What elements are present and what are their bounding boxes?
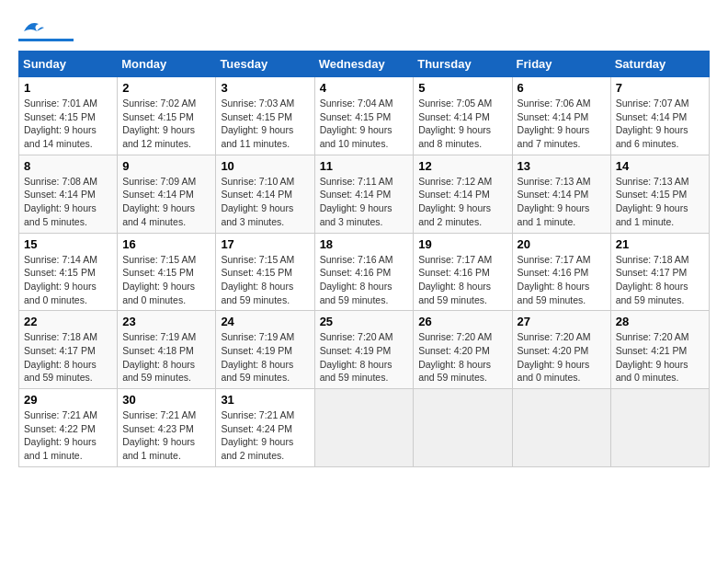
calendar-day-cell: 10 Sunrise: 7:10 AM Sunset: 4:14 PM Dayl… [216, 155, 314, 233]
calendar-day-cell: 7 Sunrise: 7:07 AM Sunset: 4:14 PM Dayli… [610, 77, 709, 155]
calendar-week-row: 8 Sunrise: 7:08 AM Sunset: 4:14 PM Dayli… [19, 155, 710, 233]
day-number: 30 [122, 393, 210, 407]
day-of-week-header: Thursday [414, 52, 512, 77]
calendar-day-cell: 17 Sunrise: 7:15 AM Sunset: 4:15 PM Dayl… [216, 233, 314, 311]
calendar-day-cell: 21 Sunrise: 7:18 AM Sunset: 4:17 PM Dayl… [610, 233, 709, 311]
day-number: 21 [616, 237, 704, 251]
day-number: 8 [24, 159, 112, 173]
day-of-week-header: Sunday [19, 52, 118, 77]
calendar-day-cell: 12 Sunrise: 7:12 AM Sunset: 4:14 PM Dayl… [414, 155, 512, 233]
calendar-day-cell: 15 Sunrise: 7:14 AM Sunset: 4:15 PM Dayl… [19, 233, 118, 311]
day-info: Sunrise: 7:16 AM Sunset: 4:16 PM Dayligh… [320, 254, 393, 305]
day-number: 6 [518, 81, 606, 95]
day-of-week-header: Monday [118, 52, 216, 77]
day-info: Sunrise: 7:21 AM Sunset: 4:22 PM Dayligh… [24, 409, 97, 461]
calendar-day-cell [314, 389, 414, 467]
day-info: Sunrise: 7:17 AM Sunset: 4:16 PM Dayligh… [518, 254, 591, 305]
day-number: 22 [24, 315, 112, 328]
day-number: 18 [320, 237, 409, 251]
day-of-week-header: Saturday [610, 52, 709, 77]
page-header [18, 18, 710, 41]
calendar-day-cell: 24 Sunrise: 7:19 AM Sunset: 4:19 PM Dayl… [216, 311, 314, 389]
day-info: Sunrise: 7:21 AM Sunset: 4:23 PM Dayligh… [122, 409, 196, 461]
calendar-table: SundayMondayTuesdayWednesdayThursdayFrid… [18, 51, 710, 467]
day-info: Sunrise: 7:02 AM Sunset: 4:15 PM Dayligh… [122, 98, 196, 149]
day-info: Sunrise: 7:08 AM Sunset: 4:14 PM Dayligh… [24, 176, 97, 227]
day-number: 27 [518, 315, 606, 328]
day-number: 19 [418, 237, 506, 251]
day-info: Sunrise: 7:14 AM Sunset: 4:15 PM Dayligh… [24, 254, 97, 305]
day-number: 14 [616, 159, 704, 173]
calendar-day-cell: 22 Sunrise: 7:18 AM Sunset: 4:17 PM Dayl… [19, 311, 118, 389]
calendar-day-cell: 29 Sunrise: 7:21 AM Sunset: 4:22 PM Dayl… [19, 389, 118, 467]
calendar-day-cell: 8 Sunrise: 7:08 AM Sunset: 4:14 PM Dayli… [19, 155, 118, 233]
day-info: Sunrise: 7:11 AM Sunset: 4:14 PM Dayligh… [320, 176, 393, 227]
day-info: Sunrise: 7:18 AM Sunset: 4:17 PM Dayligh… [616, 254, 689, 305]
calendar-day-cell: 30 Sunrise: 7:21 AM Sunset: 4:23 PM Dayl… [118, 389, 216, 467]
day-number: 29 [24, 393, 112, 407]
calendar-day-cell: 20 Sunrise: 7:17 AM Sunset: 4:16 PM Dayl… [512, 233, 610, 311]
day-number: 2 [122, 81, 210, 95]
calendar-day-cell: 25 Sunrise: 7:20 AM Sunset: 4:19 PM Dayl… [314, 311, 414, 389]
day-info: Sunrise: 7:10 AM Sunset: 4:14 PM Dayligh… [221, 176, 294, 227]
calendar-day-cell [512, 389, 610, 467]
day-number: 28 [616, 315, 704, 328]
day-number: 16 [122, 237, 210, 251]
calendar-day-cell [610, 389, 709, 467]
day-info: Sunrise: 7:18 AM Sunset: 4:17 PM Dayligh… [24, 331, 97, 383]
day-info: Sunrise: 7:20 AM Sunset: 4:20 PM Dayligh… [418, 331, 492, 383]
calendar-day-cell: 3 Sunrise: 7:03 AM Sunset: 4:15 PM Dayli… [216, 77, 314, 155]
day-info: Sunrise: 7:04 AM Sunset: 4:15 PM Dayligh… [320, 98, 393, 149]
calendar-day-cell: 13 Sunrise: 7:13 AM Sunset: 4:14 PM Dayl… [512, 155, 610, 233]
day-number: 12 [418, 159, 506, 173]
day-of-week-header: Tuesday [216, 52, 314, 77]
day-number: 13 [518, 159, 606, 173]
calendar-day-cell: 14 Sunrise: 7:13 AM Sunset: 4:15 PM Dayl… [610, 155, 709, 233]
day-of-week-header: Friday [512, 52, 610, 77]
day-info: Sunrise: 7:17 AM Sunset: 4:16 PM Dayligh… [418, 254, 492, 305]
calendar-day-cell [414, 389, 512, 467]
logo-bird-icon [20, 18, 46, 37]
day-info: Sunrise: 7:12 AM Sunset: 4:14 PM Dayligh… [418, 176, 492, 227]
day-info: Sunrise: 7:13 AM Sunset: 4:14 PM Dayligh… [518, 176, 591, 227]
day-info: Sunrise: 7:09 AM Sunset: 4:14 PM Dayligh… [122, 176, 196, 227]
calendar-day-cell: 4 Sunrise: 7:04 AM Sunset: 4:15 PM Dayli… [314, 77, 414, 155]
day-number: 25 [320, 315, 409, 328]
day-number: 7 [616, 81, 704, 95]
day-number: 20 [518, 237, 606, 251]
calendar-day-cell: 6 Sunrise: 7:06 AM Sunset: 4:14 PM Dayli… [512, 77, 610, 155]
calendar-week-row: 22 Sunrise: 7:18 AM Sunset: 4:17 PM Dayl… [19, 311, 710, 389]
day-info: Sunrise: 7:07 AM Sunset: 4:14 PM Dayligh… [616, 98, 689, 149]
calendar-day-cell: 1 Sunrise: 7:01 AM Sunset: 4:15 PM Dayli… [19, 77, 118, 155]
day-info: Sunrise: 7:20 AM Sunset: 4:19 PM Dayligh… [320, 331, 393, 383]
calendar-day-cell: 19 Sunrise: 7:17 AM Sunset: 4:16 PM Dayl… [414, 233, 512, 311]
logo-underline [18, 39, 74, 41]
calendar-day-cell: 23 Sunrise: 7:19 AM Sunset: 4:18 PM Dayl… [118, 311, 216, 389]
day-info: Sunrise: 7:20 AM Sunset: 4:21 PM Dayligh… [616, 331, 689, 383]
calendar-header-row: SundayMondayTuesdayWednesdayThursdayFrid… [19, 52, 710, 77]
day-info: Sunrise: 7:20 AM Sunset: 4:20 PM Dayligh… [518, 331, 591, 383]
day-number: 11 [320, 159, 409, 173]
day-info: Sunrise: 7:19 AM Sunset: 4:18 PM Dayligh… [122, 331, 196, 383]
calendar-day-cell: 2 Sunrise: 7:02 AM Sunset: 4:15 PM Dayli… [118, 77, 216, 155]
calendar-day-cell: 27 Sunrise: 7:20 AM Sunset: 4:20 PM Dayl… [512, 311, 610, 389]
day-number: 5 [418, 81, 506, 95]
calendar-week-row: 29 Sunrise: 7:21 AM Sunset: 4:22 PM Dayl… [19, 389, 710, 467]
day-info: Sunrise: 7:15 AM Sunset: 4:15 PM Dayligh… [122, 254, 196, 305]
day-number: 23 [122, 315, 210, 328]
day-info: Sunrise: 7:15 AM Sunset: 4:15 PM Dayligh… [221, 254, 294, 305]
calendar-day-cell: 5 Sunrise: 7:05 AM Sunset: 4:14 PM Dayli… [414, 77, 512, 155]
day-number: 1 [24, 81, 112, 95]
day-number: 15 [24, 237, 112, 251]
calendar-day-cell: 18 Sunrise: 7:16 AM Sunset: 4:16 PM Dayl… [314, 233, 414, 311]
day-info: Sunrise: 7:13 AM Sunset: 4:15 PM Dayligh… [616, 176, 689, 227]
calendar-day-cell: 26 Sunrise: 7:20 AM Sunset: 4:20 PM Dayl… [414, 311, 512, 389]
calendar-week-row: 15 Sunrise: 7:14 AM Sunset: 4:15 PM Dayl… [19, 233, 710, 311]
day-info: Sunrise: 7:01 AM Sunset: 4:15 PM Dayligh… [24, 98, 97, 149]
day-info: Sunrise: 7:05 AM Sunset: 4:14 PM Dayligh… [418, 98, 492, 149]
day-info: Sunrise: 7:06 AM Sunset: 4:14 PM Dayligh… [518, 98, 591, 149]
day-number: 3 [221, 81, 309, 95]
calendar-day-cell: 28 Sunrise: 7:20 AM Sunset: 4:21 PM Dayl… [610, 311, 709, 389]
day-number: 17 [221, 237, 309, 251]
calendar-day-cell: 16 Sunrise: 7:15 AM Sunset: 4:15 PM Dayl… [118, 233, 216, 311]
